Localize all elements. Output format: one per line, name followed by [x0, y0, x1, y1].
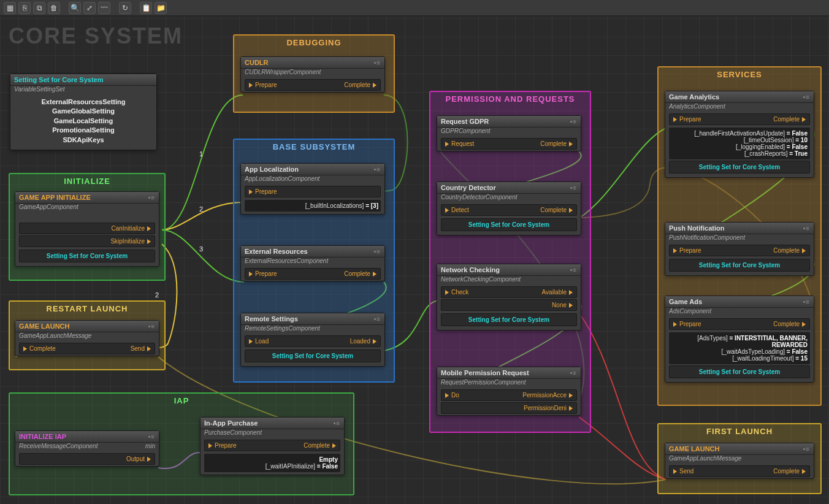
subtitle: AppLocalizationComponent [241, 175, 384, 185]
node-game-analytics[interactable]: Game Analytics •≡ AnalyticsComponent Pre… [665, 91, 814, 178]
menu-icon[interactable]: •≡ [803, 225, 810, 232]
title: GAME LAUNCH [669, 445, 720, 452]
title: Mobile Permission Request [441, 369, 529, 376]
node-header[interactable]: GAME APP INITIALIZE •≡ [15, 192, 159, 204]
node-initialize-iap[interactable]: INITIALIZE IAP •≡ ReceiveMessageComponen… [15, 430, 159, 467]
tool-folder[interactable]: 📁 [155, 2, 167, 14]
menu-icon[interactable]: •≡ [374, 248, 381, 255]
menu-icon[interactable]: •≡ [570, 267, 577, 273]
port-row[interactable]: Prepare Complete [204, 440, 340, 451]
link-setting-set[interactable]: Setting Set for Core System [245, 349, 381, 362]
node-header[interactable]: GAME LAUNCH •≡ [15, 321, 159, 332]
group-title: PERMISSION AND REQUESTS [430, 92, 590, 105]
tool-new[interactable]: ▦ [4, 2, 16, 14]
port-row[interactable]: Prepare Complete [669, 318, 810, 330]
menu-icon[interactable]: •≡ [570, 370, 577, 376]
port-row[interactable]: Send Complete [669, 465, 810, 477]
link-setting-set[interactable]: Setting Set for Core System [441, 313, 577, 326]
node-cudlr[interactable]: CUDLR •≡ CUDLRWrapperComponent Prepare C… [240, 56, 385, 93]
link-setting-set[interactable]: Setting Set for Core System [669, 365, 810, 378]
tool-clipboard[interactable]: 📋 [140, 2, 152, 14]
subtitle: VariableSettingSet [10, 86, 156, 95]
props: [_builtInLocalizations] = [3] [245, 200, 381, 212]
menu-icon[interactable]: •≡ [374, 59, 381, 66]
tool-flow[interactable]: 〰 [98, 2, 110, 14]
node-game-launch-first[interactable]: GAME LAUNCH •≡ GameAppLaunchMessage Send… [665, 443, 814, 479]
title: Remote Settings [245, 315, 298, 323]
title: GAME APP INITIALIZE [19, 194, 91, 201]
link-setting-set[interactable]: Setting Set for Core System [669, 161, 810, 174]
tool-del[interactable]: 🗑 [48, 2, 60, 14]
port-output[interactable]: Output [19, 453, 155, 465]
tool-open[interactable]: ⎘ [18, 2, 31, 14]
menu-icon[interactable]: •≡ [374, 166, 381, 173]
subtitle: GameAppLaunchMessage [15, 332, 159, 342]
tool-dup[interactable]: ⧉ [33, 2, 45, 14]
node-header[interactable]: Country Detector •≡ [437, 182, 581, 194]
node-setting-set[interactable]: Setting Set for Core System VariableSett… [10, 74, 157, 150]
menu-icon[interactable]: •≡ [334, 420, 340, 427]
node-country-detector[interactable]: Country Detector •≡ CountryDetectorCompo… [437, 181, 581, 235]
menu-icon[interactable]: •≡ [803, 299, 810, 305]
menu-icon[interactable]: •≡ [148, 433, 155, 440]
node-network-checking[interactable]: Network Checking •≡ NetworkCheckingCompo… [437, 264, 581, 330]
node-request-gdpr[interactable]: Request GDPR •≡ GDPRComponent Request Co… [437, 115, 581, 151]
subtitle: NetworkCheckingComponent [437, 276, 581, 285]
port-prepare[interactable]: Prepare [245, 186, 381, 197]
port-row-deni[interactable]: PermissionDeni [441, 402, 577, 414]
port-row[interactable]: Prepare Complete [245, 79, 381, 91]
node-header[interactable]: Remote Settings •≡ [241, 313, 384, 325]
node-header[interactable]: Game Ads •≡ [665, 296, 814, 308]
node-header[interactable]: In-App Purchase •≡ [201, 418, 344, 429]
title: Setting Set for Core System [14, 76, 103, 83]
node-header[interactable]: Network Checking •≡ [437, 264, 581, 276]
node-external-resources[interactable]: External Resources •≡ ExternalResourcesC… [240, 245, 385, 281]
node-header[interactable]: CUDLR •≡ [241, 57, 384, 69]
group-title: INITIALIZE [10, 174, 164, 188]
port-row[interactable]: Prepare Complete [669, 113, 810, 125]
tool-refresh[interactable]: ↻ [119, 2, 131, 14]
port-row-check[interactable]: Check Available [441, 286, 577, 298]
subtitle: AdsComponent [665, 308, 814, 317]
menu-icon[interactable]: •≡ [570, 185, 577, 191]
node-header[interactable]: INITIALIZE IAP •≡ [15, 431, 159, 443]
tool-search[interactable]: 🔍 [69, 2, 81, 14]
node-game-ads[interactable]: Game Ads •≡ AdsComponent Prepare Complet… [665, 296, 814, 383]
node-push-notification[interactable]: Push Notification •≡ PushNotificationCom… [665, 222, 814, 276]
node-remote-settings[interactable]: Remote Settings •≡ RemoteSettingsCompone… [240, 313, 385, 367]
node-header[interactable]: Request GDPR •≡ [437, 116, 581, 128]
link-setting-set[interactable]: Setting Set for Core System [669, 259, 810, 272]
port-row[interactable]: Prepare Complete [669, 245, 810, 256]
menu-icon[interactable]: •≡ [803, 446, 810, 452]
node-header[interactable]: GAME LAUNCH •≡ [665, 443, 814, 455]
node-mobile-permission[interactable]: Mobile Permission Request •≡ RequestPerm… [437, 367, 581, 416]
node-header[interactable]: External Resources •≡ [241, 246, 384, 258]
menu-icon[interactable]: •≡ [803, 94, 810, 101]
node-game-launch-restart[interactable]: GAME LAUNCH •≡ GameAppLaunchMessage Comp… [15, 320, 159, 356]
node-header[interactable]: Push Notification •≡ [665, 223, 814, 234]
node-header[interactable]: Setting Set for Core System [10, 74, 156, 86]
port-can-initialize[interactable]: CanInitialize [19, 223, 155, 234]
node-header[interactable]: App Localization •≡ [241, 164, 384, 175]
node-header[interactable]: Game Analytics •≡ [665, 91, 814, 103]
title: Push Notification [669, 224, 724, 232]
port-row[interactable]: Prepare Complete [245, 268, 381, 280]
menu-icon[interactable]: •≡ [570, 118, 577, 125]
port-row[interactable]: Detect Complete [441, 204, 577, 216]
menu-icon[interactable]: •≡ [148, 194, 155, 201]
node-game-app-initialize[interactable]: GAME APP INITIALIZE •≡ GameAppComponent … [15, 191, 159, 267]
link-setting-set[interactable]: Setting Set for Core System [441, 218, 577, 231]
menu-icon[interactable]: •≡ [148, 323, 155, 330]
port-row[interactable]: Request Complete [441, 138, 577, 150]
node-app-localization[interactable]: App Localization •≡ AppLocalizationCompo… [240, 163, 385, 215]
link-setting-set[interactable]: Setting Set for Core System [19, 250, 155, 262]
tool-fit[interactable]: ⤢ [83, 2, 96, 14]
node-in-app-purchase[interactable]: In-App Purchase •≡ PurchaseComponent Pre… [200, 417, 345, 475]
port-row[interactable]: Load Loaded [245, 335, 381, 347]
port-row-none[interactable]: None [441, 299, 577, 311]
port-row-do[interactable]: Do PermissionAcce [441, 389, 577, 401]
port-skip-initialize[interactable]: SkipInitialize [19, 235, 155, 247]
node-header[interactable]: Mobile Permission Request •≡ [437, 367, 581, 379]
port-row[interactable]: Complete Send [19, 343, 155, 354]
menu-icon[interactable]: •≡ [374, 316, 381, 323]
